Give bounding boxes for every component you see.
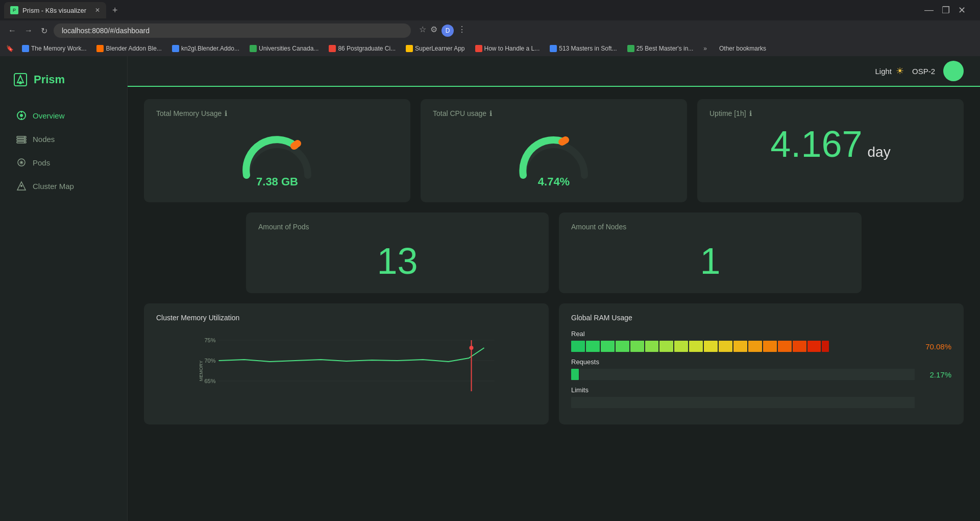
other-bookmarks[interactable]: Other bookmarks: [715, 44, 770, 53]
nodes-count-card: Amount of Nodes 1: [559, 212, 862, 293]
username-label: OSP-2: [912, 67, 935, 76]
ram-real-percentage: 70.08%: [921, 342, 951, 351]
svg-point-24: [470, 346, 474, 350]
bookmark-label: 513 Masters in Soft...: [559, 45, 617, 52]
metrics-row: Total Memory Usage ℹ 7.38 GB: [144, 99, 964, 202]
cpu-gauge: 4.74%: [433, 126, 675, 192]
ram-requests-section: Requests 2.17%: [571, 358, 951, 380]
main-content: Light ☀ OSP-2 Total Memory Usage ℹ: [128, 56, 980, 521]
sidebar-item-label: Overview: [33, 111, 65, 120]
uptime-card: Uptime [1h] ℹ 4.167 day: [697, 99, 964, 202]
memory-gauge-svg: [236, 129, 318, 180]
extensions-icon[interactable]: ⚙: [430, 25, 437, 37]
bookmark-page-icon[interactable]: ☆: [419, 25, 426, 37]
bookmark-item[interactable]: kn2gl.Blender.Addo...: [168, 44, 243, 53]
charts-row: Cluster Memory Utilization 75% 70% 65%: [144, 303, 964, 424]
sun-icon: ☀: [896, 65, 904, 77]
global-ram-title: Global RAM Usage: [571, 314, 951, 322]
ram-limits-section: Limits: [571, 386, 951, 408]
dashboard-body: Total Memory Usage ℹ 7.38 GB: [128, 87, 980, 437]
bookmark-label: SuperLearner App: [415, 45, 464, 52]
prism-logo-icon: [12, 72, 29, 88]
bookmark-label: 25 Best Master's in...: [636, 45, 694, 52]
more-options-icon[interactable]: ⋮: [458, 25, 466, 37]
bookmark-item[interactable]: 25 Best Master's in...: [623, 44, 698, 53]
browser-titlebar: P Prism - K8s visualizer ✕ + — ❐ ✕: [0, 0, 980, 20]
sidebar-item-nodes[interactable]: Nodes: [4, 128, 123, 150]
memory-chart-svg: 75% 70% 65% MEMORY: [156, 330, 536, 401]
theme-label: Light: [875, 67, 892, 76]
memory-utilization-title: Cluster Memory Utilization: [156, 314, 536, 322]
ram-requests-percentage: 2.17%: [921, 370, 951, 379]
address-bar[interactable]: localhost:8080/#/dashboard: [54, 23, 411, 38]
memory-card-title: Total Memory Usage ℹ: [156, 109, 398, 117]
sidebar-item-label: Cluster Map: [33, 182, 74, 191]
bookmark-label: kn2gl.Blender.Addo...: [181, 45, 239, 52]
cpu-info-icon[interactable]: ℹ: [489, 109, 492, 117]
cpu-value: 4.74%: [538, 175, 570, 188]
new-tab-button[interactable]: +: [108, 3, 122, 18]
bookmark-item[interactable]: The Memory Work...: [18, 44, 90, 53]
uptime-number: 4.167: [770, 126, 862, 162]
nodes-count-title: Amount of Nodes: [571, 223, 849, 231]
ram-limits-label: Limits: [571, 386, 951, 394]
memory-card: Total Memory Usage ℹ 7.38 GB: [144, 99, 410, 202]
back-button[interactable]: ←: [6, 24, 18, 37]
tab-favicon: P: [10, 6, 18, 14]
close-window-button[interactable]: ✕: [958, 5, 966, 16]
sidebar-item-overview[interactable]: Overview: [4, 104, 123, 127]
memory-value: 7.38 GB: [256, 175, 298, 188]
memory-gauge: 7.38 GB: [156, 126, 398, 192]
ram-limits-bar-row: [571, 397, 951, 408]
counts-row: Amount of Pods 13 Amount of Nodes 1: [144, 212, 964, 293]
app-header: Light ☀ OSP-2: [128, 56, 980, 87]
forward-button[interactable]: →: [22, 24, 35, 37]
minimize-button[interactable]: —: [924, 5, 934, 16]
nodes-icon: [16, 134, 27, 144]
bookmark-item[interactable]: 86 Postgraduate Ci...: [325, 44, 400, 53]
profile-icon[interactable]: D: [442, 25, 454, 37]
cpu-card: Total CPU usage ℹ 4.74%: [421, 99, 687, 202]
svg-point-13: [20, 161, 22, 163]
browser-tab-active[interactable]: P Prism - K8s visualizer ✕: [4, 2, 106, 18]
sidebar-item-cluster-map[interactable]: Cluster Map: [4, 175, 123, 197]
ram-requests-label: Requests: [571, 358, 951, 366]
cpu-gauge-svg: [513, 129, 595, 180]
uptime-info-icon[interactable]: ℹ: [749, 109, 752, 117]
tab-close-button[interactable]: ✕: [95, 7, 100, 14]
bookmarks-bar: 🔖 The Memory Work... Blender Addon Ble..…: [0, 41, 980, 56]
bookmark-item[interactable]: 513 Masters in Soft...: [546, 44, 621, 53]
svg-point-10: [24, 139, 25, 140]
pods-count-card: Amount of Pods 13: [246, 212, 549, 293]
reload-button[interactable]: ↻: [39, 24, 50, 38]
svg-point-1: [19, 81, 22, 84]
more-bookmarks[interactable]: »: [699, 44, 711, 53]
bookmark-label: 86 Postgraduate Ci...: [338, 45, 396, 52]
pods-count-title: Amount of Pods: [258, 223, 536, 231]
svg-text:70%: 70%: [204, 358, 215, 364]
bookmark-item[interactable]: Blender Addon Ble...: [92, 44, 165, 53]
svg-point-11: [24, 142, 25, 143]
svg-text:MEMORY: MEMORY: [199, 361, 204, 381]
app-container: Prism Overview Nodes: [0, 56, 980, 521]
restore-button[interactable]: ❐: [942, 5, 950, 16]
sidebar: Prism Overview Nodes: [0, 56, 128, 521]
sidebar-item-pods[interactable]: Pods: [4, 151, 123, 174]
uptime-unit: day: [868, 144, 891, 160]
user-avatar[interactable]: [943, 61, 964, 81]
bookmark-item[interactable]: How to Handle a L...: [471, 44, 544, 53]
tab-title: Prism - K8s visualizer: [22, 7, 86, 14]
memory-utilization-area: 75% 70% 65% MEMORY: [156, 330, 536, 401]
theme-toggle[interactable]: Light ☀: [875, 65, 904, 77]
memory-info-icon[interactable]: ℹ: [225, 109, 227, 117]
cpu-card-title: Total CPU usage ℹ: [433, 109, 675, 117]
ram-real-bar-row: 70.08%: [571, 341, 951, 352]
bookmark-label: The Memory Work...: [31, 45, 86, 52]
sidebar-item-label: Nodes: [33, 135, 55, 144]
sidebar-item-label: Pods: [33, 158, 50, 167]
memory-utilization-chart: Cluster Memory Utilization 75% 70% 65%: [144, 303, 549, 424]
bookmark-item[interactable]: SuperLearner App: [402, 44, 469, 53]
bookmark-item[interactable]: Universities Canada...: [246, 44, 323, 53]
svg-text:75%: 75%: [204, 337, 215, 343]
ram-requests-bar-row: 2.17%: [571, 369, 951, 380]
